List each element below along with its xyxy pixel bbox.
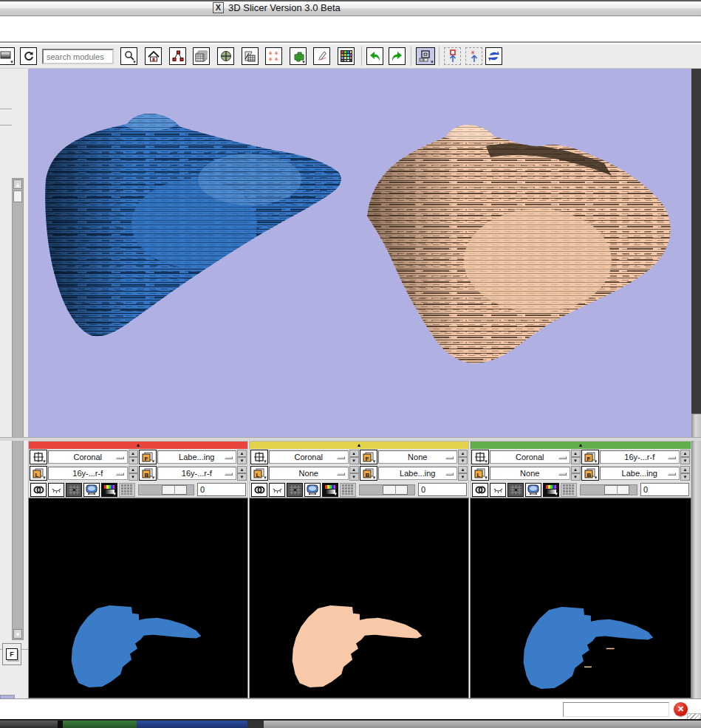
label-outline-button[interactable]: [561, 483, 577, 497]
background-spinner[interactable]: ▲▼: [680, 466, 690, 481]
orientation-spinner[interactable]: ▲▼: [349, 450, 359, 464]
frame-toggle-button[interactable]: F: [2, 643, 21, 665]
interpolate-colorbar-button[interactable]: ▼: [322, 483, 338, 497]
scroll-down-icon[interactable]: ▼: [13, 629, 22, 639]
reload-gui-button[interactable]: [20, 47, 37, 65]
collapse-triangle-icon[interactable]: ▲: [578, 442, 584, 448]
label-select[interactable]: None: [269, 467, 349, 480]
models-module-button[interactable]: [217, 47, 234, 65]
scroll-up-icon[interactable]: ▲: [13, 179, 22, 189]
slice-offset-slider[interactable]: [359, 484, 415, 495]
interpolate-colorbar-button[interactable]: ▼: [543, 483, 559, 497]
slice-offset-entry[interactable]: 0: [640, 483, 689, 496]
slice-link-grid-button[interactable]: ▼: [471, 450, 489, 464]
module-search-button[interactable]: ▼: [120, 47, 137, 65]
slice-offset-entry[interactable]: 0: [197, 483, 246, 496]
collapse-triangle-icon[interactable]: ▲: [357, 442, 362, 448]
label-opacity-button[interactable]: [287, 483, 303, 497]
label-outline-button[interactable]: [119, 483, 135, 497]
foreground-spinner[interactable]: ▲▼: [237, 450, 247, 464]
slice-offset-slider[interactable]: [580, 484, 637, 495]
label-layer-button[interactable]: L ▼: [30, 466, 47, 481]
background-select[interactable]: Labe...ing: [378, 467, 458, 480]
background-layer-button[interactable]: B ▼: [581, 466, 599, 481]
orientation-spinner[interactable]: ▲▼: [129, 450, 138, 464]
label-outline-button[interactable]: [340, 483, 356, 497]
window-shade-menu-button[interactable]: ▼: [0, 47, 15, 65]
search-modules-input[interactable]: [42, 49, 114, 64]
visibility-eye-button[interactable]: [48, 483, 64, 497]
foreground-layer-button[interactable]: F ▼: [139, 450, 157, 464]
label-spinner[interactable]: ▲▼: [571, 466, 581, 481]
fit-to-window-button[interactable]: [83, 483, 100, 497]
yellow-slice-header[interactable]: ▲: [250, 442, 468, 449]
slice-offset-entry[interactable]: 0: [418, 483, 467, 496]
red-slice-view[interactable]: [28, 498, 248, 698]
background-spinner[interactable]: ▲▼: [458, 466, 468, 481]
link-views-button[interactable]: [472, 483, 488, 497]
orientation-select[interactable]: Coronal: [48, 450, 128, 464]
window-titlebar[interactable]: X 3D Slicer Version 3.0 Beta: [0, 0, 701, 16]
orientation-select[interactable]: Coronal: [269, 450, 349, 464]
scrollbar-thumb[interactable]: [13, 190, 22, 202]
volumes-module-button[interactable]: [193, 47, 210, 65]
label-spinner[interactable]: ▲▼: [129, 466, 138, 481]
refresh-views-button[interactable]: [485, 47, 502, 65]
label-spinner[interactable]: ▲▼: [349, 466, 359, 481]
slice-link-grid-button[interactable]: ▼: [250, 450, 268, 464]
undo-button[interactable]: [366, 47, 383, 65]
red-slice-header[interactable]: ▲: [29, 442, 247, 449]
foreground-spinner[interactable]: ▲▼: [458, 450, 468, 464]
background-select[interactable]: 16y-...r-f: [157, 467, 237, 480]
foreground-layer-button[interactable]: F ▼: [360, 450, 377, 464]
fiducials-module-button[interactable]: ✳ ✳ ✳ ✳: [265, 47, 282, 65]
foreground-layer-button[interactable]: F ▼: [581, 450, 599, 464]
visibility-eye-button[interactable]: [490, 483, 506, 497]
green-slice-view[interactable]: [470, 498, 691, 698]
orientation-select[interactable]: Coronal: [490, 450, 570, 464]
measurements-module-button[interactable]: [313, 47, 330, 65]
background-spinner[interactable]: ▲▼: [237, 466, 247, 481]
status-message-field[interactable]: [563, 702, 669, 717]
editor-module-button[interactable]: ▼: [290, 47, 307, 65]
segmentation-model-peach[interactable]: [353, 113, 678, 379]
interpolate-colorbar-button[interactable]: ▼: [101, 483, 117, 497]
scene-snapshot-pin-button[interactable]: ✳: [465, 47, 482, 65]
fit-to-window-button[interactable]: [304, 483, 321, 497]
threeD-viewport[interactable]: [28, 69, 691, 437]
label-layer-button[interactable]: L ▼: [250, 466, 268, 481]
label-opacity-button[interactable]: [66, 483, 82, 497]
module-panel-scrollbar[interactable]: ▲ ▼: [12, 178, 24, 640]
redo-button[interactable]: [389, 47, 406, 65]
screenshot-pin-button[interactable]: [444, 47, 461, 65]
background-select[interactable]: Labe...ing: [600, 467, 680, 480]
background-layer-button[interactable]: B ▼: [139, 466, 157, 481]
slider-handle[interactable]: [604, 485, 629, 495]
layout-selector-button[interactable]: ▼: [416, 47, 435, 65]
label-select[interactable]: None: [490, 467, 570, 480]
visibility-eye-button[interactable]: [269, 483, 285, 497]
segmentation-model-blue[interactable]: [28, 98, 368, 349]
fit-to-window-button[interactable]: [525, 483, 541, 497]
colors-module-button[interactable]: [338, 47, 355, 65]
slider-handle[interactable]: [383, 485, 408, 495]
fiducial-hierarchy-button[interactable]: [169, 47, 186, 65]
orientation-spinner[interactable]: ▲▼: [571, 450, 581, 464]
green-slice-header[interactable]: ▲: [471, 442, 691, 449]
foreground-select[interactable]: None: [378, 450, 458, 464]
foreground-select[interactable]: 16y-...r-f: [600, 450, 680, 464]
error-indicator-icon[interactable]: ✕: [674, 702, 688, 716]
foreground-select[interactable]: Labe...ing: [157, 450, 237, 464]
transforms-module-button[interactable]: [242, 47, 259, 65]
collapse-triangle-icon[interactable]: ▲: [136, 442, 141, 448]
label-layer-button[interactable]: L ▼: [471, 466, 489, 481]
home-module-button[interactable]: [145, 47, 162, 65]
yellow-slice-view[interactable]: [249, 498, 469, 698]
label-opacity-button[interactable]: [507, 483, 524, 497]
background-layer-button[interactable]: B ▼: [360, 466, 377, 481]
slider-handle[interactable]: [162, 485, 187, 495]
label-select[interactable]: 16y-...r-f: [48, 467, 128, 480]
slice-offset-slider[interactable]: [138, 484, 194, 495]
slice-link-grid-button[interactable]: ▼: [30, 450, 47, 464]
link-views-button[interactable]: [251, 483, 267, 497]
